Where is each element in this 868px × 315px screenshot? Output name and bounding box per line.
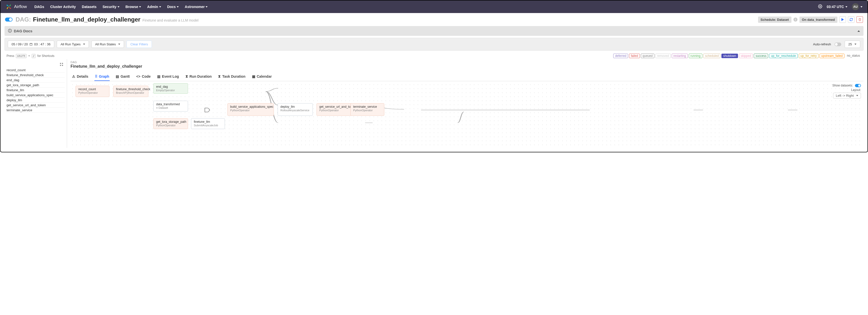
breadcrumb: DAG: [70, 61, 864, 64]
tab-gantt[interactable]: ▤Gantt: [115, 72, 130, 81]
legend-no_status[interactable]: no_status: [845, 54, 862, 58]
tab-icon: ▤: [116, 74, 119, 78]
layout-select[interactable]: Left -> Right: [833, 93, 861, 99]
legend-shutdown[interactable]: shutdown: [721, 54, 738, 58]
dag-prefix: DAG:: [16, 16, 31, 23]
run-types-select[interactable]: All Run Types: [57, 41, 89, 48]
logo-group[interactable]: Airflow: [5, 3, 27, 10]
trigger-button[interactable]: [839, 16, 846, 23]
nav-item-admin[interactable]: Admin: [147, 5, 161, 9]
tab-label: Event Log: [162, 74, 179, 78]
graph-edges: [70, 83, 864, 148]
right-column: DAG Finetune_llm_and_deploy_challenger ⚠…: [67, 59, 864, 148]
show-datasets-label: Show datasets:: [832, 84, 853, 87]
chevron-down-icon: [159, 6, 161, 7]
chevron-up-icon: [858, 30, 860, 32]
node-end-dag[interactable]: end_dag EmptyOperator: [153, 83, 188, 94]
tab-icon: ⧗: [218, 74, 221, 78]
legend-skipped[interactable]: skipped: [739, 54, 753, 58]
node-data-transformed[interactable]: data_transformed ≡ Dataset: [153, 101, 188, 111]
tab-icon: ⧗: [186, 74, 188, 78]
nav-item-datasets[interactable]: Datasets: [82, 5, 96, 9]
clear-filters-button[interactable]: Clear Filters: [126, 41, 152, 48]
auto-refresh-toggle[interactable]: [834, 42, 841, 46]
tree-item-terminate_service[interactable]: terminate_service: [6, 108, 65, 113]
refresh-button[interactable]: [848, 16, 855, 23]
node-finetune-llm[interactable]: finetune_llm SubmitAnyscaleJob: [191, 118, 225, 129]
chevron-down-icon: [177, 6, 179, 7]
date-picker[interactable]: 05 / 09 / 20 03 : 47 : 36: [8, 41, 54, 48]
legend-running[interactable]: running: [689, 54, 702, 58]
schedule-badge[interactable]: Schedule: Dataset: [758, 16, 792, 23]
legend-deferred[interactable]: deferred: [613, 54, 628, 58]
tab-event-log[interactable]: ▥Event Log: [157, 72, 180, 81]
dag-description: Finetune and evaluate a LLM model: [142, 18, 198, 22]
tree-item-get_lora_storage_path[interactable]: get_lora_storage_path: [6, 83, 65, 88]
graph-controls: Show datasets: Layout: Left -> Right: [832, 84, 861, 100]
top-navbar: Airflow DAGsCluster ActivityDatasetsSecu…: [0, 0, 868, 13]
show-datasets-toggle[interactable]: [855, 84, 861, 87]
tree-item-deploy_llm[interactable]: deploy_llm: [6, 98, 65, 103]
tab-run-duration[interactable]: ⧗Run Duration: [185, 72, 212, 81]
collapse-handle[interactable]: [6, 61, 65, 68]
dag-header: DAG: Finetune_llm_and_deploy_challenger …: [0, 13, 868, 25]
nav-item-cluster-activity[interactable]: Cluster Activity: [50, 5, 76, 9]
legend-upstream_failed[interactable]: upstream_failed: [819, 54, 844, 58]
tree-item-get_service_url_and_token[interactable]: get_service_url_and_token: [6, 103, 65, 108]
legend-scheduled[interactable]: scheduled: [703, 54, 721, 58]
shortcut-hint: Press shift + / for Shortcuts: [6, 54, 55, 58]
tab-details[interactable]: ⚠Details: [71, 72, 89, 81]
dag-docs-label: DAG Docs: [14, 29, 32, 33]
dataset-badge[interactable]: On data_transformed: [800, 16, 837, 23]
legend-removed[interactable]: removed: [655, 54, 671, 58]
node-deploy-llm[interactable]: deploy_llm RolloutAnyscaleService: [278, 103, 313, 116]
tab-icon: ▥: [157, 74, 160, 78]
left-column: record_countfinetune_threshold_checkend_…: [4, 59, 67, 148]
legend-up_for_reschedule[interactable]: up_for_reschedule: [769, 54, 798, 58]
chevron-down-icon: [118, 6, 120, 7]
time-value: 03 : 47 : 36: [34, 42, 51, 46]
nav-item-docs[interactable]: Docs: [167, 5, 179, 9]
avatar: AU: [852, 3, 859, 10]
legend-up_for_retry[interactable]: up_for_retry: [799, 54, 818, 58]
node-finetune-threshold-check[interactable]: finetune_threshold_check BranchPythonOpe…: [113, 86, 148, 97]
tab-label: Run Duration: [189, 74, 212, 78]
legend-failed[interactable]: failed: [629, 54, 640, 58]
run-states-select[interactable]: All Run States: [91, 41, 124, 48]
tree-item-record_count[interactable]: record_count: [6, 68, 65, 73]
tab-graph[interactable]: ⠿Graph: [94, 72, 110, 81]
filter-bar: 05 / 09 / 20 03 : 47 : 36 All Run Types …: [4, 38, 864, 50]
nav-item-browse[interactable]: Browse: [125, 5, 141, 9]
node-record-count[interactable]: record_count PythonOperator: [75, 86, 110, 97]
delete-button[interactable]: [857, 16, 863, 23]
tree-item-end_dag[interactable]: end_dag: [6, 78, 65, 83]
tab-icon: ⚠: [72, 74, 75, 78]
dag-docs-bar[interactable]: ⓘ DAG Docs: [4, 26, 864, 36]
legend-success[interactable]: success: [754, 54, 768, 58]
legend-queued[interactable]: queued: [641, 54, 654, 58]
tree-item-finetune_llm[interactable]: finetune_llm: [6, 88, 65, 93]
gear-icon[interactable]: [818, 4, 822, 9]
info-icon[interactable]: i: [794, 18, 798, 22]
node-get-lora-storage-path[interactable]: get_lora_storage_path PythonOperator: [153, 118, 188, 129]
nav-item-security[interactable]: Security: [102, 5, 119, 9]
node-build-service-applications-spec[interactable]: build_service_applications_spec PythonOp…: [227, 103, 274, 116]
clock-display[interactable]: 03:47 UTC: [827, 5, 847, 9]
nav-item-astronomer[interactable]: Astronomer: [185, 5, 208, 9]
page-size-select[interactable]: 25: [845, 41, 860, 48]
tab-icon: <>: [136, 74, 140, 78]
legend-restarting[interactable]: restarting: [672, 54, 688, 58]
nav-item-dags[interactable]: DAGs: [34, 5, 44, 9]
dag-pause-toggle[interactable]: [5, 18, 12, 22]
tab-calendar[interactable]: ▦Calendar: [251, 72, 272, 81]
svg-point-0: [819, 6, 820, 7]
tab-task-duration[interactable]: ⧗Task Duration: [218, 72, 246, 81]
user-menu[interactable]: AU: [852, 3, 863, 10]
node-terminate-service[interactable]: terminate_service PythonOperator: [350, 103, 384, 116]
tree-item-finetune_threshold_check[interactable]: finetune_threshold_check: [6, 73, 65, 78]
dag-title: DAG: Finetune_llm_and_deploy_challenger …: [16, 16, 755, 23]
tab-code[interactable]: <>Code: [136, 72, 151, 81]
graph-canvas[interactable]: Show datasets: Layout: Left -> Right: [70, 83, 864, 148]
tree-item-build_service_applications_spec[interactable]: build_service_applications_spec: [6, 93, 65, 98]
layout-value: Left -> Right: [836, 94, 854, 98]
